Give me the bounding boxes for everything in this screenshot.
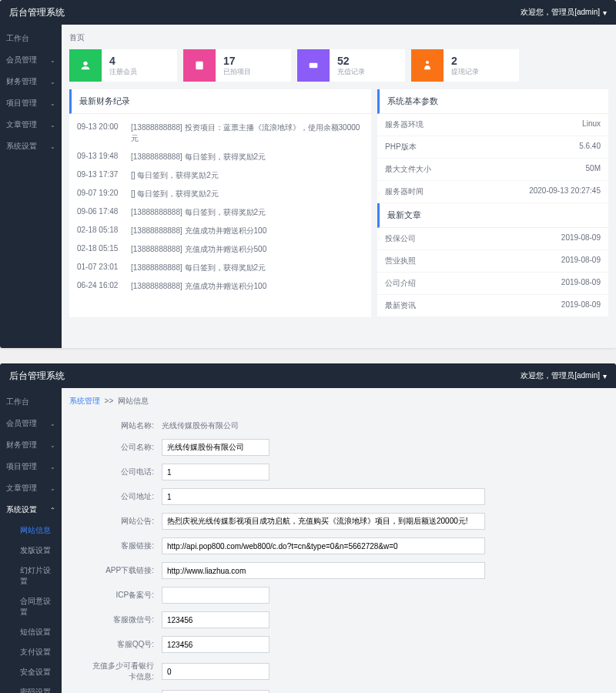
subnav-item[interactable]: 密码设置 <box>14 682 62 693</box>
bag-icon <box>411 49 444 82</box>
article-row[interactable]: 投保公司2019-08-09 <box>377 228 608 250</box>
subnav-item[interactable]: 发版设置 <box>14 541 62 561</box>
log-item: 09-13 19:48[13888888888] 每日签到，获得奖励2元 <box>69 148 371 166</box>
value-site-name: 光线传媒股份有限公司 <box>162 420 239 431</box>
sidebar-item-dashboard[interactable]: 工作台 <box>0 391 62 413</box>
label-company-addr: 公司地址: <box>92 491 162 502</box>
chevron-down-icon: ▾ <box>603 8 607 17</box>
input-icp[interactable] <box>162 587 270 604</box>
chevron-down-icon: ⌄ <box>50 57 55 64</box>
breadcrumb-current: 网站信息 <box>118 397 149 405</box>
input-withdraw-min[interactable] <box>162 690 270 693</box>
finance-log-panel: 最新财务纪录 09-13 20:00[13888888888] 投资项目：蓝票主… <box>69 89 371 317</box>
svg-rect-1 <box>196 62 203 70</box>
param-value: Linux <box>582 119 601 130</box>
subnav-item[interactable]: 合同意设置 <box>14 591 62 622</box>
article-row[interactable]: 公司介绍2019-08-09 <box>377 273 608 295</box>
label-icp: ICP备案号: <box>92 590 162 601</box>
log-item: 01-07 23:01[13888888888] 每日签到，获得奖励2元 <box>69 259 371 277</box>
input-bank-min[interactable] <box>162 663 270 680</box>
chevron-down-icon: ▾ <box>603 372 607 380</box>
label-service-link: 客服链接: <box>92 541 162 551</box>
chevron-down-icon: ⌄ <box>50 79 55 85</box>
chevron-down-icon: ⌄ <box>50 143 55 150</box>
log-text: [13888888888] 每日签到，获得奖励2元 <box>131 207 266 218</box>
log-text: [13888888888] 投资项目：蓝票主播《流浪地球》，使用余额30000元 <box>131 122 363 144</box>
sidebar-item-system[interactable]: 系统设置⌄ <box>0 136 62 157</box>
user-menu[interactable]: 欢迎您，管理员[admin] ▾ <box>521 7 607 18</box>
topbar: 后台管理系统 欢迎您，管理员[admin] ▾ <box>0 363 616 388</box>
subnav-item[interactable]: 安全设置 <box>14 662 62 682</box>
input-wechat[interactable] <box>162 611 270 628</box>
label-company-phone: 公司电话: <box>92 467 162 477</box>
card-icon <box>297 49 330 82</box>
main-content: 首页 4注册会员 17已拍项目 52充值记录 2提现记录 最新财务纪录 09-1… <box>62 25 616 348</box>
param-row: 服务器环境Linux <box>377 114 608 136</box>
article-row[interactable]: 营业执照2019-08-09 <box>377 250 608 273</box>
sidebar-item-articles[interactable]: 文章管理⌄ <box>0 114 62 136</box>
input-service-link[interactable] <box>162 537 485 554</box>
sidebar-item-finance[interactable]: 财务管理⌄ <box>0 434 62 456</box>
label-company-name: 公司名称: <box>92 442 162 453</box>
log-text: [13888888888] 充值成功并赠送积分100 <box>131 281 266 292</box>
chevron-down-icon: ⌄ <box>50 464 55 470</box>
input-company-phone[interactable] <box>162 464 270 480</box>
chevron-down-icon: ⌄ <box>50 100 55 107</box>
param-key: 服务器环境 <box>385 119 424 130</box>
log-time: 09-06 17:48 <box>77 207 123 218</box>
stat-recharge[interactable]: 52充值记录 <box>297 49 405 82</box>
list-icon <box>183 49 216 82</box>
breadcrumb: 首页 <box>69 32 608 43</box>
panel-title: 系统基本参数 <box>377 89 608 114</box>
article-title: 公司介绍 <box>385 278 416 289</box>
input-company-name[interactable] <box>162 439 270 456</box>
user-menu[interactable]: 欢迎您，管理员[admin] ▾ <box>521 370 607 381</box>
param-value: 50M <box>586 164 601 175</box>
param-row: PHP版本5.6.40 <box>377 136 608 159</box>
sidebar-item-members[interactable]: 会员管理⌄ <box>0 413 62 434</box>
sidebar-item-members[interactable]: 会员管理⌄ <box>0 49 62 71</box>
article-date: 2019-08-09 <box>561 278 601 289</box>
log-text: [13888888888] 充值成功并赠送积分100 <box>131 226 266 236</box>
settings-screen: 后台管理系统 欢迎您，管理员[admin] ▾ 工作台 会员管理⌄ 财务管理⌄ … <box>0 363 616 693</box>
input-qq[interactable] <box>162 636 270 653</box>
sidebar-item-articles[interactable]: 文章管理⌄ <box>0 477 62 499</box>
sidebar-item-projects[interactable]: 项目管理⌄ <box>0 92 62 114</box>
input-company-addr[interactable] <box>162 488 485 505</box>
log-time: 02-18 05:15 <box>77 244 123 255</box>
subnav-item[interactable]: 短信设置 <box>14 622 62 642</box>
input-site-notice[interactable] <box>162 513 485 530</box>
stat-projects[interactable]: 17已拍项目 <box>183 49 291 82</box>
article-row[interactable]: 最新资讯2019-08-09 <box>377 295 608 317</box>
sidebar-item-dashboard[interactable]: 工作台 <box>0 28 62 49</box>
breadcrumb: 系统管理 >> 网站信息 <box>69 396 608 407</box>
sidebar: 工作台 会员管理⌄ 财务管理⌄ 项目管理⌄ 文章管理⌄ 系统设置⌃ 网站信息发版… <box>0 388 62 693</box>
subnav-item[interactable]: 幻灯片设置 <box>14 561 62 591</box>
stat-withdraw[interactable]: 2提现记录 <box>411 49 519 82</box>
chevron-down-icon: ⌄ <box>50 420 55 427</box>
log-item: 09-06 17:48[13888888888] 每日签到，获得奖励2元 <box>69 203 371 222</box>
input-app-link[interactable] <box>162 562 485 579</box>
article-title: 营业执照 <box>385 256 416 266</box>
topbar: 后台管理系统 欢迎您，管理员[admin] ▾ <box>0 0 616 25</box>
log-time: 06-24 16:02 <box>77 281 123 292</box>
sidebar-item-finance[interactable]: 财务管理⌄ <box>0 71 62 92</box>
sidebar-item-projects[interactable]: 项目管理⌄ <box>0 456 62 477</box>
stats-row: 4注册会员 17已拍项目 52充值记录 2提现记录 <box>69 49 608 82</box>
subnav-item[interactable]: 网站信息 <box>14 521 62 541</box>
stat-members[interactable]: 4注册会员 <box>69 49 177 82</box>
sidebar-item-system[interactable]: 系统设置⌃ <box>0 499 62 521</box>
article-date: 2019-08-09 <box>561 300 601 311</box>
site-info-form: 网站名称:光线传媒股份有限公司 公司名称: 公司电话: 公司地址: 网站公告: … <box>69 413 608 693</box>
log-time: 09-13 20:00 <box>77 122 123 144</box>
right-column: 系统基本参数 服务器环境LinuxPHP版本5.6.40最大文件大小50M服务器… <box>377 89 608 317</box>
log-item: 02-18 05:18[13888888888] 充值成功并赠送积分100 <box>69 222 371 240</box>
log-time: 02-18 05:18 <box>77 226 123 236</box>
article-title: 最新资讯 <box>385 300 416 311</box>
main-content: 系统管理 >> 网站信息 网站名称:光线传媒股份有限公司 公司名称: 公司电话:… <box>62 388 616 693</box>
param-row: 最大文件大小50M <box>377 159 608 181</box>
subnav-item[interactable]: 支付设置 <box>14 642 62 662</box>
param-key: 最大文件大小 <box>385 164 431 175</box>
breadcrumb-parent[interactable]: 系统管理 <box>69 397 100 405</box>
svg-point-0 <box>83 62 87 65</box>
